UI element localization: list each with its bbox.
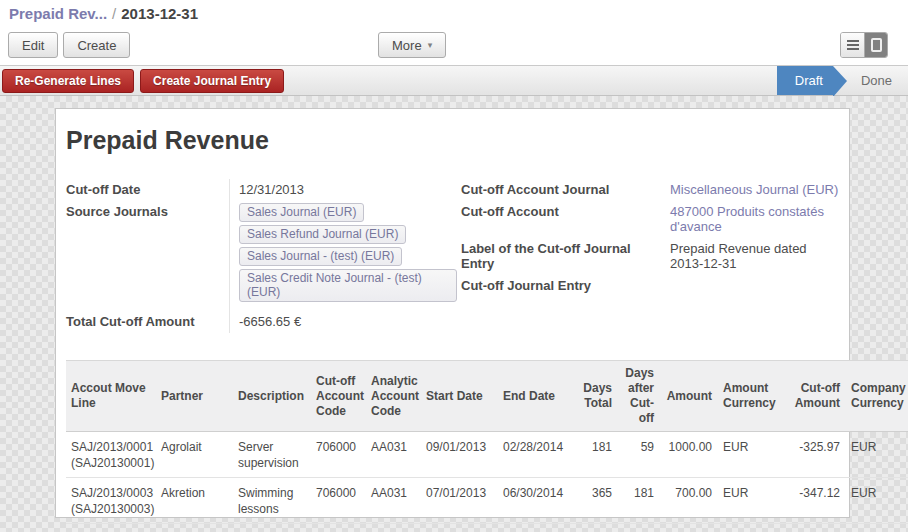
- form-view-button[interactable]: [864, 33, 887, 57]
- toolbar: Edit Create More ▾: [0, 27, 908, 65]
- breadcrumb-current: 2013-12-31: [121, 5, 198, 22]
- cell-start-date: 07/01/2013: [421, 478, 498, 524]
- cell-analytic-code: AA031: [366, 478, 421, 524]
- cell-start-date: 10/01/2013: [421, 524, 498, 532]
- caret-down-icon: ▾: [428, 40, 433, 50]
- cell-amount-currency: EUR: [718, 524, 784, 532]
- cell-days-after: 181: [618, 478, 660, 524]
- breadcrumb: Prepaid Rev... / 2013-12-31: [0, 0, 908, 27]
- cutoff-date-value: 12/31/2013: [229, 179, 461, 201]
- column-header[interactable]: Analytic Account Code: [366, 361, 421, 432]
- edit-button[interactable]: Edit: [8, 32, 58, 58]
- source-journals-value: Sales Journal (EUR)Sales Refund Journal …: [229, 201, 461, 311]
- cell-amount-currency: EUR: [718, 432, 784, 478]
- total-cutoff-amount-value: -6656.65 €: [229, 311, 461, 333]
- regenerate-lines-button[interactable]: Re-Generate Lines: [2, 69, 134, 93]
- journal-entry-label-label: Label of the Cut-off Journal Entry: [461, 238, 661, 275]
- column-header[interactable]: Description: [233, 361, 311, 432]
- cell-account-code: 706000: [311, 432, 366, 478]
- cell-start-date: 09/01/2013: [421, 432, 498, 478]
- list-view-button[interactable]: [841, 33, 864, 57]
- journal-tag: Sales Refund Journal (EUR): [239, 225, 406, 244]
- cell-end-date: 02/28/2014: [498, 432, 576, 478]
- column-header[interactable]: Cut-off Amount: [784, 361, 846, 432]
- cell-company-currency: EUR: [846, 432, 908, 478]
- create-button[interactable]: Create: [63, 32, 130, 58]
- cell-partner: Agrolait: [156, 432, 233, 478]
- list-icon: [847, 40, 859, 50]
- cell-end-date: 09/30/2014: [498, 524, 576, 532]
- field-group-right: Cut-off Account Journal Miscellaneous Jo…: [461, 179, 839, 333]
- cell-amount: 8000.00: [660, 524, 718, 532]
- field-group-left: Cut-off Date 12/31/2013 Source Journals …: [66, 179, 461, 333]
- form-background: Prepaid Revenue Cut-off Date 12/31/2013 …: [0, 96, 908, 532]
- cell-description: Swimming lessons: [233, 478, 311, 524]
- status-bar: Re-Generate Lines Create Journal Entry D…: [0, 65, 908, 96]
- cell-move-line: SAJ/2013/0003 (SAJ20130003): [66, 478, 156, 524]
- column-header[interactable]: Days Total: [576, 361, 618, 432]
- cutoff-lines-table: Accout Move Line Partner Description Cut…: [66, 360, 908, 532]
- cell-move-line: SAJ/2013/0001 (SAJ20130001): [66, 432, 156, 478]
- cell-cutoff-amount: -325.97: [784, 432, 846, 478]
- cell-partner: Camptocamp: [156, 524, 233, 532]
- cutoff-account-journal-value[interactable]: Miscellaneous Journal (EUR): [661, 179, 839, 201]
- cell-company-currency: EUR: [846, 478, 908, 524]
- cell-amount: 700.00: [660, 478, 718, 524]
- field-groups: Cut-off Date 12/31/2013 Source Journals …: [66, 179, 839, 333]
- column-header[interactable]: Amount: [660, 361, 718, 432]
- more-button[interactable]: More ▾: [378, 32, 446, 58]
- cell-cutoff-amount: -347.12: [784, 478, 846, 524]
- top-header: Prepaid Rev... / 2013-12-31 Edit Create …: [0, 0, 908, 65]
- cell-company-currency: EUR: [846, 524, 908, 532]
- cell-amount-currency: EUR: [718, 478, 784, 524]
- breadcrumb-parent-link[interactable]: Prepaid Rev...: [9, 5, 107, 22]
- column-header[interactable]: Partner: [156, 361, 233, 432]
- table-row[interactable]: SAJ/2013/0003 (SAJ20130003) Akretion Swi…: [66, 478, 908, 524]
- cell-end-date: 06/30/2014: [498, 478, 576, 524]
- state-draft-badge: Draft: [777, 66, 833, 95]
- table-header-row: Accout Move Line Partner Description Cut…: [66, 361, 908, 432]
- cell-move-line: SAJ/2013/0002 (SAJ20130002): [66, 524, 156, 532]
- column-header[interactable]: Cut-off Account Code: [311, 361, 366, 432]
- create-journal-entry-button[interactable]: Create Journal Entry: [140, 69, 284, 93]
- cell-description: Server supervision: [233, 432, 311, 478]
- state-indicator: Draft Done: [777, 66, 908, 95]
- cutoff-journal-entry-value: [661, 275, 839, 297]
- state-done-badge: Done: [847, 73, 908, 88]
- cell-account-code: 706000: [311, 478, 366, 524]
- cell-analytic-code: AA031: [366, 432, 421, 478]
- cell-partner: Akretion: [156, 478, 233, 524]
- cell-amount: 1000.00: [660, 432, 718, 478]
- cutoff-account-label: Cut-off Account: [461, 201, 661, 238]
- column-header[interactable]: Days after Cut-off: [618, 361, 660, 432]
- cutoff-date-label: Cut-off Date: [66, 179, 229, 201]
- column-header[interactable]: Accout Move Line: [66, 361, 156, 432]
- column-header[interactable]: Start Date: [421, 361, 498, 432]
- cell-days-total: 365: [576, 478, 618, 524]
- cell-analytic-code: AA034: [366, 524, 421, 532]
- column-header[interactable]: Company Currency: [846, 361, 908, 432]
- journal-tag-list: Sales Journal (EUR)Sales Refund Journal …: [239, 203, 461, 305]
- journal-entry-label-value: Prepaid Revenue dated 2013-12-31: [661, 238, 836, 275]
- total-cutoff-amount-label: Total Cut-off Amount: [66, 311, 229, 333]
- journal-tag: Sales Credit Note Journal - (test) (EUR): [239, 269, 457, 302]
- form-sheet: Prepaid Revenue Cut-off Date 12/31/2013 …: [55, 108, 850, 518]
- source-journals-label: Source Journals: [66, 201, 229, 311]
- column-header[interactable]: End Date: [498, 361, 576, 432]
- cell-cutoff-amount: -5983.56: [784, 524, 846, 532]
- cell-account-code: 706000: [311, 524, 366, 532]
- cell-days-after: 59: [618, 432, 660, 478]
- journal-tag: Sales Journal - (test) (EUR): [239, 247, 402, 266]
- table-row[interactable]: SAJ/2013/0001 (SAJ20130001) Agrolait Ser…: [66, 432, 908, 478]
- table-row[interactable]: SAJ/2013/0002 (SAJ20130002) Camptocamp M…: [66, 524, 908, 532]
- cutoff-journal-entry-label: Cut-off Journal Entry: [461, 275, 661, 297]
- page-title: Prepaid Revenue: [66, 126, 839, 155]
- cell-days-total: 181: [576, 432, 618, 478]
- view-switcher: [840, 32, 888, 58]
- column-header[interactable]: Amount Currency: [718, 361, 784, 432]
- cutoff-account-value[interactable]: 487000 Produits constatés d'avance: [661, 201, 836, 238]
- cell-days-after: 273: [618, 524, 660, 532]
- more-button-label: More: [392, 38, 422, 53]
- cell-days-total: 365: [576, 524, 618, 532]
- cutoff-account-journal-label: Cut-off Account Journal: [461, 179, 661, 201]
